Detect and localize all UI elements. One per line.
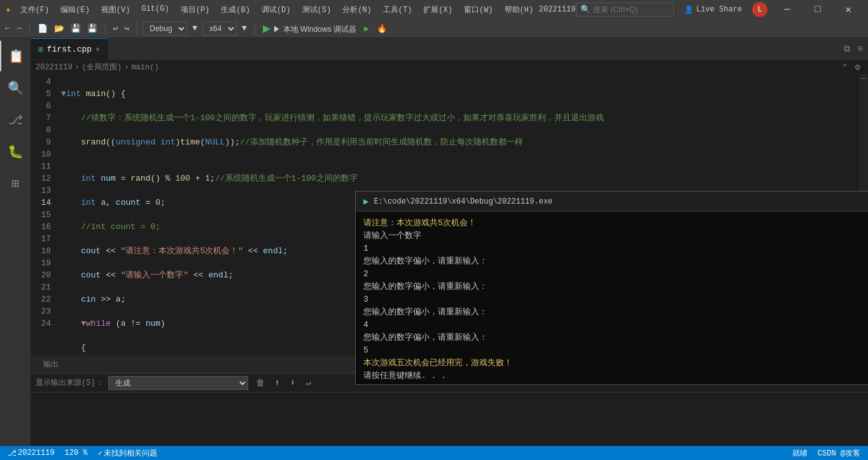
line-num-14: 14: [36, 197, 51, 209]
collapse-icon-4[interactable]: ▼: [61, 89, 66, 99]
menu-item[interactable]: 生成(B): [216, 3, 255, 17]
status-right: 就绪 CSDN @攻客: [790, 448, 863, 459]
console-path: E:\code\20221119\x64\Debug\20221119.exe: [374, 197, 552, 206]
menu-item[interactable]: 项目(P): [176, 3, 215, 17]
title-bar-right: 🔍 👤 Live Share L — □ ✕: [576, 0, 863, 19]
line-num-24: 24: [36, 317, 51, 330]
tab-close-button[interactable]: ✕: [95, 45, 100, 54]
breadcrumb-expand-button[interactable]: ⌃: [839, 60, 850, 74]
console-title-bar[interactable]: ▶ E:\code\20221119\x64\Debug\20221119.ex…: [356, 192, 868, 212]
run-icon: ▶: [263, 23, 270, 34]
console-line-10: 您输入的数字偏小，请重新输入：: [363, 331, 868, 344]
menu-item[interactable]: 编辑(E): [55, 3, 95, 17]
platform-dropdown[interactable]: x64: [202, 22, 237, 36]
line-num-19: 19: [36, 257, 51, 269]
encoding-text: CSDN @攻客: [818, 448, 860, 459]
console-line-4: 您输入的数字偏小，请重新输入：: [363, 255, 868, 268]
close-button[interactable]: ✕: [834, 0, 863, 19]
maximize-button[interactable]: □: [803, 0, 832, 19]
console-line-7: 3: [363, 293, 868, 306]
warning-text: 未找到相关问题: [104, 448, 157, 459]
sidebar-item-git[interactable]: ⎇: [0, 104, 31, 135]
code-line-5: //猜数字：系统随机生成一个1-100之间的数字，玩家进行猜测，如果猜错，提示玩…: [61, 112, 854, 124]
hot-reload-button[interactable]: 🔥: [374, 22, 389, 35]
save-button[interactable]: 💾: [68, 22, 83, 35]
line-num-6: 6: [36, 100, 51, 112]
collapse-icon-14[interactable]: ▼: [81, 319, 86, 328]
liveshare-icon: 👤: [684, 5, 694, 15]
new-file-button[interactable]: 📄: [35, 22, 50, 35]
undo-button[interactable]: ↩: [111, 22, 121, 35]
line-num-11: 11: [36, 160, 51, 172]
menu-item[interactable]: Git(G): [136, 3, 174, 17]
zoom-value: 120 %: [65, 449, 88, 457]
split-editor-button[interactable]: ⧉: [841, 43, 853, 55]
menu-item[interactable]: 分析(N): [337, 3, 377, 17]
line-num-4: 4: [36, 76, 51, 88]
live-share-label: Live Share: [696, 5, 742, 14]
minimize-button[interactable]: —: [773, 0, 802, 19]
save-all-button[interactable]: 💾: [85, 22, 100, 35]
output-scroll-top-button[interactable]: ⬆: [272, 376, 283, 389]
menu-item[interactable]: 工具(T): [378, 3, 417, 17]
console-line-3: 1: [363, 242, 868, 255]
git-status-item[interactable]: ⎇ 20221119: [5, 449, 57, 458]
run-local-button[interactable]: ▶ ▶ 本地 Windows 调试器: [260, 21, 359, 36]
console-line-5: 2: [363, 268, 868, 281]
toolbar-nav-group: ← →: [3, 22, 24, 34]
debug-config-dropdown[interactable]: Debug: [143, 22, 187, 36]
line-num-5: 5: [36, 88, 51, 100]
menu-item[interactable]: 测试(S): [297, 3, 337, 17]
sep4: [255, 22, 255, 35]
output-word-wrap-button[interactable]: ↵: [303, 376, 313, 389]
console-exe-icon: ▶: [363, 196, 368, 207]
breadcrumb-settings-button[interactable]: ⚙: [853, 60, 863, 74]
encoding-status-item[interactable]: CSDN @攻客: [815, 448, 863, 459]
warning-status-item[interactable]: ✓ 未找到相关问题: [95, 448, 160, 459]
search-sidebar-icon: 🔍: [8, 80, 24, 96]
platform-arrow[interactable]: ▼: [239, 22, 249, 34]
explorer-icon: 📋: [8, 48, 24, 64]
zoom-status-item[interactable]: 120 %: [62, 449, 90, 457]
sidebar-item-debug[interactable]: 🐛: [0, 136, 31, 167]
debug-config-arrow[interactable]: ▼: [190, 22, 200, 34]
back-button[interactable]: ←: [3, 22, 13, 34]
output-scroll-bottom-button[interactable]: ⬇: [288, 376, 298, 389]
menu-item[interactable]: 视图(V): [96, 3, 136, 17]
breadcrumb-scope: (全局范围): [82, 62, 122, 73]
live-share-button[interactable]: 👤 Live Share: [679, 4, 747, 16]
output-source-select[interactable]: 生成: [108, 376, 248, 390]
console-line-12: 本次游戏五次机会已经用完，游戏失败！: [363, 357, 868, 370]
code-line-4: ▼int main() {: [61, 88, 854, 100]
console-window: ▶ E:\code\20221119\x64\Debug\20221119.ex…: [355, 191, 868, 385]
activity-bar: 📋 🔍 ⎇ 🐛 ⊞: [0, 38, 31, 460]
run-small-button[interactable]: ▶: [361, 22, 372, 35]
forward-button[interactable]: →: [14, 22, 24, 34]
search-box[interactable]: 🔍: [576, 3, 674, 17]
redo-button[interactable]: ↪: [122, 22, 132, 35]
output-clear-button[interactable]: 🗑: [253, 377, 267, 389]
ready-text: 就绪: [792, 448, 808, 459]
cpp-file-icon: ⊞: [38, 45, 43, 55]
window-controls: — □ ✕: [773, 0, 863, 19]
status-bar: ⎇ 20221119 120 % ✓ 未找到相关问题 就绪 CSDN @攻客: [0, 446, 868, 460]
menu-item[interactable]: 文件(F): [15, 3, 55, 17]
tabs-list: ⊞ first.cpp ✕: [31, 38, 108, 60]
sidebar-item-explorer[interactable]: 📋: [0, 41, 31, 71]
menu-item[interactable]: 调试(D): [256, 3, 296, 17]
title-bar: ✦ 文件(F)编辑(E)视图(V)Git(G)项目(P)生成(B)调试(D)测试…: [0, 0, 868, 19]
open-file-button[interactable]: 📂: [52, 22, 67, 35]
line-num-12: 12: [36, 172, 51, 185]
output-tab-output[interactable]: 输出: [36, 356, 66, 372]
menu-item[interactable]: 扩展(X): [418, 3, 458, 17]
tab-first-cpp[interactable]: ⊞ first.cpp ✕: [31, 38, 108, 60]
sidebar-item-search[interactable]: 🔍: [0, 73, 31, 103]
more-tabs-button[interactable]: ≡: [855, 43, 865, 55]
search-input[interactable]: [593, 5, 669, 14]
user-avatar: L: [752, 2, 767, 17]
sidebar-item-extensions[interactable]: ⊞: [0, 168, 31, 199]
ready-status-item[interactable]: 就绪: [790, 448, 810, 459]
menu-item[interactable]: 帮助(H): [500, 3, 539, 17]
toolbar-edit-group: ↩ ↪: [111, 22, 132, 35]
menu-item[interactable]: 窗口(W): [459, 3, 498, 17]
